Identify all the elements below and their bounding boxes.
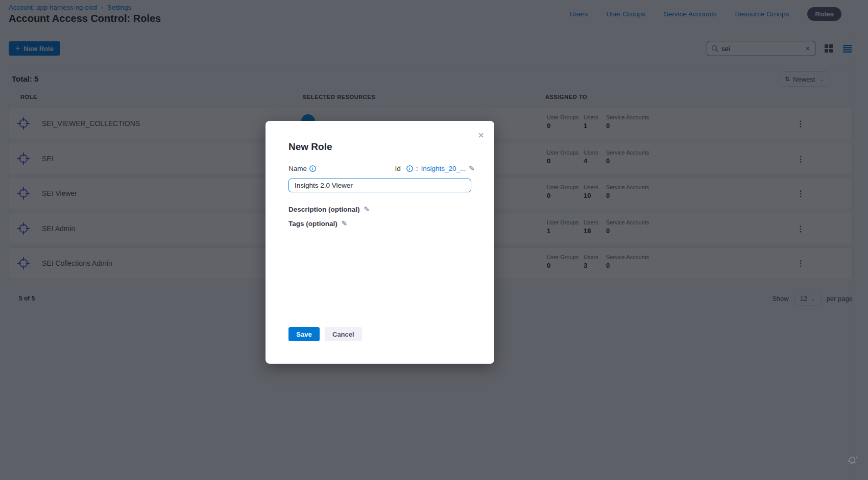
role-id-group: Id : Insights_20_... ✎ xyxy=(395,164,475,172)
tags-row: Tags (optional) ✎ xyxy=(288,219,347,228)
modal-close-icon[interactable]: × xyxy=(478,130,484,140)
modal-actions: Save Cancel xyxy=(288,327,362,341)
info-icon xyxy=(406,165,413,172)
role-id-value[interactable]: Insights_20_... xyxy=(421,165,466,172)
name-label: Name xyxy=(288,165,307,172)
name-id-row: Name Id : Insights_20_... ✎ xyxy=(288,164,475,172)
cancel-button[interactable]: Cancel xyxy=(325,327,362,341)
modal-title: New Role xyxy=(288,141,332,153)
info-icon xyxy=(309,165,316,172)
description-label: Description (optional) xyxy=(288,206,360,213)
notification-bell-icon[interactable] xyxy=(846,453,859,469)
edit-id-pencil-icon[interactable]: ✎ xyxy=(469,164,475,172)
id-label: Id xyxy=(395,165,400,172)
edit-description-pencil-icon[interactable]: ✎ xyxy=(364,205,370,213)
save-button[interactable]: Save xyxy=(288,327,320,341)
description-row: Description (optional) ✎ xyxy=(288,205,370,213)
new-role-modal: × New Role Name Id : Insights_20_... ✎ xyxy=(266,121,494,364)
id-colon: : xyxy=(416,165,418,172)
edit-tags-pencil-icon[interactable]: ✎ xyxy=(342,219,348,228)
tags-label: Tags (optional) xyxy=(288,220,337,228)
role-name-input[interactable] xyxy=(288,179,471,192)
